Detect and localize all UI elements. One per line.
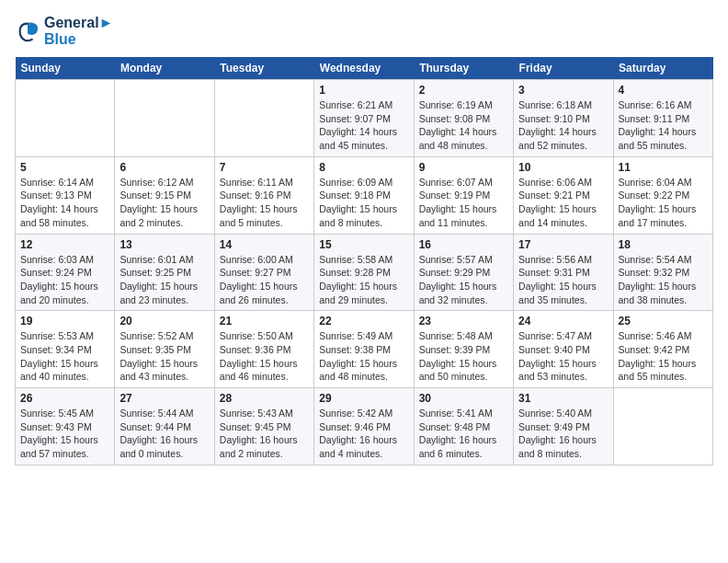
calendar-cell: 3Sunrise: 6:18 AM Sunset: 9:10 PM Daylig… [514, 80, 613, 157]
day-info: Sunrise: 5:48 AM Sunset: 9:39 PM Dayligh… [419, 329, 508, 384]
week-row-3: 19Sunrise: 5:53 AM Sunset: 9:34 PM Dayli… [16, 311, 713, 388]
day-info: Sunrise: 6:00 AM Sunset: 9:27 PM Dayligh… [220, 253, 309, 307]
page-header: General► Blue [15, 15, 713, 48]
day-number: 7 [220, 161, 309, 174]
day-number: 27 [119, 392, 209, 405]
header-sunday: Sunday [16, 57, 115, 80]
day-number: 28 [220, 392, 309, 405]
day-number: 5 [20, 161, 109, 174]
calendar-cell [115, 80, 214, 157]
calendar-cell: 6Sunrise: 6:12 AM Sunset: 9:15 PM Daylig… [115, 156, 214, 234]
header-friday: Friday [514, 57, 613, 80]
calendar-cell: 24Sunrise: 5:47 AM Sunset: 9:40 PM Dayli… [514, 311, 613, 388]
day-info: Sunrise: 6:12 AM Sunset: 9:15 PM Dayligh… [119, 176, 209, 230]
day-number: 11 [619, 161, 708, 174]
calendar-cell: 27Sunrise: 5:44 AM Sunset: 9:44 PM Dayli… [115, 388, 214, 465]
calendar-cell: 16Sunrise: 5:57 AM Sunset: 9:29 PM Dayli… [414, 234, 513, 311]
day-number: 16 [419, 238, 508, 251]
day-info: Sunrise: 6:03 AM Sunset: 9:24 PM Dayligh… [20, 253, 109, 307]
calendar-cell: 29Sunrise: 5:42 AM Sunset: 9:46 PM Dayli… [314, 388, 414, 465]
calendar-cell: 30Sunrise: 5:41 AM Sunset: 9:48 PM Dayli… [414, 388, 513, 465]
logo-icon [15, 18, 40, 44]
calendar-cell [214, 80, 313, 157]
day-number: 18 [619, 238, 708, 251]
week-row-1: 5Sunrise: 6:14 AM Sunset: 9:13 PM Daylig… [16, 156, 713, 234]
calendar-cell: 8Sunrise: 6:09 AM Sunset: 9:18 PM Daylig… [314, 156, 414, 234]
calendar-cell: 5Sunrise: 6:14 AM Sunset: 9:13 PM Daylig… [16, 156, 115, 234]
calendar-cell: 26Sunrise: 5:45 AM Sunset: 9:43 PM Dayli… [16, 388, 115, 465]
calendar-cell: 10Sunrise: 6:06 AM Sunset: 9:21 PM Dayli… [514, 156, 613, 234]
day-info: Sunrise: 5:43 AM Sunset: 9:45 PM Dayligh… [220, 407, 309, 461]
week-row-2: 12Sunrise: 6:03 AM Sunset: 9:24 PM Dayli… [16, 234, 713, 311]
day-number: 12 [20, 238, 109, 251]
calendar-cell: 4Sunrise: 6:16 AM Sunset: 9:11 PM Daylig… [613, 80, 712, 157]
calendar-header-row: SundayMondayTuesdayWednesdayThursdayFrid… [16, 57, 713, 80]
day-number: 21 [220, 315, 309, 327]
calendar-cell: 21Sunrise: 5:50 AM Sunset: 9:36 PM Dayli… [214, 311, 313, 388]
day-number: 6 [119, 161, 209, 174]
calendar-cell: 22Sunrise: 5:49 AM Sunset: 9:38 PM Dayli… [314, 311, 414, 388]
day-info: Sunrise: 5:41 AM Sunset: 9:48 PM Dayligh… [419, 407, 508, 461]
day-info: Sunrise: 5:40 AM Sunset: 9:49 PM Dayligh… [518, 407, 608, 461]
day-number: 1 [319, 84, 408, 97]
day-number: 26 [20, 392, 109, 405]
calendar-cell: 7Sunrise: 6:11 AM Sunset: 9:16 PM Daylig… [214, 156, 313, 234]
header-saturday: Saturday [613, 57, 712, 80]
day-number: 10 [518, 161, 608, 174]
calendar-cell [613, 388, 712, 465]
day-info: Sunrise: 6:11 AM Sunset: 9:16 PM Dayligh… [220, 176, 309, 230]
calendar-cell: 14Sunrise: 6:00 AM Sunset: 9:27 PM Dayli… [214, 234, 313, 311]
week-row-0: 1Sunrise: 6:21 AM Sunset: 9:07 PM Daylig… [16, 80, 713, 157]
calendar-cell: 31Sunrise: 5:40 AM Sunset: 9:49 PM Dayli… [514, 388, 613, 465]
calendar-cell: 11Sunrise: 6:04 AM Sunset: 9:22 PM Dayli… [613, 156, 712, 234]
day-number: 9 [419, 161, 508, 174]
day-info: Sunrise: 5:42 AM Sunset: 9:46 PM Dayligh… [319, 407, 408, 461]
calendar-cell: 9Sunrise: 6:07 AM Sunset: 9:19 PM Daylig… [414, 156, 513, 234]
calendar-cell [16, 80, 115, 157]
calendar-cell: 17Sunrise: 5:56 AM Sunset: 9:31 PM Dayli… [514, 234, 613, 311]
day-info: Sunrise: 5:56 AM Sunset: 9:31 PM Dayligh… [518, 253, 608, 307]
calendar-cell: 25Sunrise: 5:46 AM Sunset: 9:42 PM Dayli… [613, 311, 712, 388]
day-number: 24 [518, 315, 608, 327]
day-number: 25 [619, 315, 708, 327]
day-number: 13 [119, 238, 209, 251]
calendar-cell: 1Sunrise: 6:21 AM Sunset: 9:07 PM Daylig… [314, 80, 414, 157]
calendar-cell: 18Sunrise: 5:54 AM Sunset: 9:32 PM Dayli… [613, 234, 712, 311]
day-info: Sunrise: 6:07 AM Sunset: 9:19 PM Dayligh… [419, 176, 508, 230]
day-number: 17 [518, 238, 608, 251]
header-wednesday: Wednesday [314, 57, 414, 80]
week-row-4: 26Sunrise: 5:45 AM Sunset: 9:43 PM Dayli… [16, 388, 713, 465]
day-number: 30 [419, 392, 508, 405]
day-info: Sunrise: 5:54 AM Sunset: 9:32 PM Dayligh… [619, 253, 708, 307]
day-number: 29 [319, 392, 408, 405]
day-number: 4 [619, 84, 708, 97]
day-info: Sunrise: 5:52 AM Sunset: 9:35 PM Dayligh… [119, 329, 209, 384]
day-info: Sunrise: 5:57 AM Sunset: 9:29 PM Dayligh… [419, 253, 508, 307]
calendar-body: 1Sunrise: 6:21 AM Sunset: 9:07 PM Daylig… [16, 80, 713, 465]
day-number: 3 [518, 84, 608, 97]
day-info: Sunrise: 5:58 AM Sunset: 9:28 PM Dayligh… [319, 253, 408, 307]
day-number: 15 [319, 238, 408, 251]
calendar-cell: 28Sunrise: 5:43 AM Sunset: 9:45 PM Dayli… [214, 388, 313, 465]
day-number: 14 [220, 238, 309, 251]
calendar-cell: 2Sunrise: 6:19 AM Sunset: 9:08 PM Daylig… [414, 80, 513, 157]
day-info: Sunrise: 6:21 AM Sunset: 9:07 PM Dayligh… [319, 98, 408, 153]
calendar-cell: 19Sunrise: 5:53 AM Sunset: 9:34 PM Dayli… [16, 311, 115, 388]
day-number: 8 [319, 161, 408, 174]
logo-text: General► Blue [44, 15, 113, 48]
day-info: Sunrise: 6:01 AM Sunset: 9:25 PM Dayligh… [119, 253, 209, 307]
day-info: Sunrise: 5:49 AM Sunset: 9:38 PM Dayligh… [319, 329, 408, 384]
day-info: Sunrise: 6:04 AM Sunset: 9:22 PM Dayligh… [619, 176, 708, 230]
day-number: 20 [119, 315, 209, 327]
calendar-cell: 13Sunrise: 6:01 AM Sunset: 9:25 PM Dayli… [115, 234, 214, 311]
day-info: Sunrise: 6:09 AM Sunset: 9:18 PM Dayligh… [319, 176, 408, 230]
day-info: Sunrise: 6:16 AM Sunset: 9:11 PM Dayligh… [619, 98, 708, 153]
day-info: Sunrise: 5:50 AM Sunset: 9:36 PM Dayligh… [220, 329, 309, 384]
day-info: Sunrise: 5:44 AM Sunset: 9:44 PM Dayligh… [119, 407, 209, 461]
day-info: Sunrise: 6:14 AM Sunset: 9:13 PM Dayligh… [20, 176, 109, 230]
day-info: Sunrise: 5:45 AM Sunset: 9:43 PM Dayligh… [20, 407, 109, 461]
day-info: Sunrise: 5:46 AM Sunset: 9:42 PM Dayligh… [619, 329, 708, 384]
day-number: 23 [419, 315, 508, 327]
calendar-cell: 23Sunrise: 5:48 AM Sunset: 9:39 PM Dayli… [414, 311, 513, 388]
calendar-table: SundayMondayTuesdayWednesdayThursdayFrid… [15, 57, 713, 465]
